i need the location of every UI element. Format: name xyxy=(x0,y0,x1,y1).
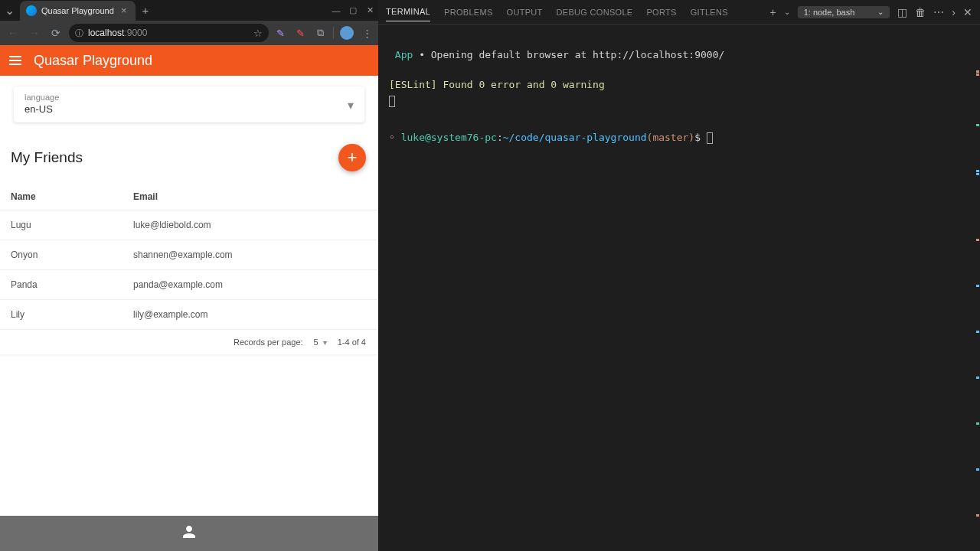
terminal-line: [ESLint] Found 0 error and 0 warning xyxy=(389,77,969,93)
tab-dropdown-icon[interactable]: ⌄ xyxy=(0,1,18,21)
scrollbar-marks[interactable] xyxy=(971,24,980,551)
panel-tabs: TERMINAL PROBLEMS OUTPUT DEBUG CONSOLE P… xyxy=(378,0,980,24)
cell-name: Lily xyxy=(11,309,133,320)
more-icon[interactable]: ⋯ xyxy=(933,6,944,18)
table-footer: Records per page: 5 ▾ 1-4 of 4 xyxy=(0,329,378,354)
extension-icon[interactable]: ✎ xyxy=(293,28,307,39)
browser-window: ⌄ Quasar Playground × + — ▢ ✕ ← → ⟳ ⓘ lo… xyxy=(0,0,378,551)
table-row[interactable]: Onyon shannen@example.com xyxy=(0,240,378,269)
split-terminal-icon[interactable]: ◫ xyxy=(897,6,907,18)
url-text: localhost:9000 xyxy=(88,28,147,38)
add-friend-button[interactable]: + xyxy=(338,144,366,171)
tab-debug-console[interactable]: DEBUG CONSOLE xyxy=(557,3,633,21)
forward-icon[interactable]: → xyxy=(26,24,43,41)
tab-terminal[interactable]: TERMINAL xyxy=(386,2,430,21)
friends-title: My Friends xyxy=(11,149,83,166)
cell-name: Lugu xyxy=(11,220,133,230)
favicon-icon xyxy=(26,5,37,16)
col-name[interactable]: Name xyxy=(11,191,133,202)
app-content: Quasar Playground language en-US ▾ My Fr… xyxy=(0,45,378,551)
tab-gitlens[interactable]: GITLENS xyxy=(691,3,728,21)
trash-icon[interactable]: 🗑 xyxy=(915,6,926,18)
close-tab-icon[interactable]: × xyxy=(119,5,129,16)
chevron-down-icon: ▾ xyxy=(323,338,327,347)
table-row[interactable]: Panda panda@example.com xyxy=(0,269,378,299)
table-row[interactable]: Lily lily@example.com xyxy=(0,299,378,329)
tab-ports[interactable]: PORTS xyxy=(646,3,676,21)
new-tab-button[interactable]: + xyxy=(136,4,155,17)
editor-panel: TERMINAL PROBLEMS OUTPUT DEBUG CONSOLE P… xyxy=(378,0,980,551)
close-window-icon[interactable]: ✕ xyxy=(361,1,378,21)
hamburger-icon[interactable] xyxy=(9,56,21,65)
friends-table: Name Email Lugu luke@ldiebold.com Onyon … xyxy=(0,184,378,354)
terminal-prompt: ◦ luke@system76-pc:~/code/quasar-playgro… xyxy=(389,130,969,146)
col-email[interactable]: Email xyxy=(133,191,368,202)
new-terminal-icon[interactable]: + xyxy=(769,6,776,18)
pagination-range: 1-4 of 4 xyxy=(338,337,366,347)
app-header: Quasar Playground xyxy=(0,45,378,76)
browser-tab[interactable]: Quasar Playground × xyxy=(20,1,136,21)
close-panel-icon[interactable]: ✕ xyxy=(963,6,972,18)
bookmark-icon[interactable]: ☆ xyxy=(253,28,263,39)
language-value: en-US xyxy=(24,103,354,115)
divider xyxy=(333,27,334,39)
extensions-icon[interactable]: ⧉ xyxy=(313,27,327,39)
cell-email: panda@example.com xyxy=(133,279,368,290)
back-icon[interactable]: ← xyxy=(5,24,21,41)
browser-titlebar: ⌄ Quasar Playground × + — ▢ ✕ xyxy=(0,0,378,21)
maximize-icon[interactable]: ▢ xyxy=(345,1,361,21)
friends-header: My Friends + xyxy=(0,138,378,178)
table-header: Name Email xyxy=(0,184,378,210)
chevron-down-icon: ▾ xyxy=(348,97,354,112)
cursor xyxy=(707,132,713,144)
cell-name: Onyon xyxy=(11,249,133,260)
window-controls: — ▢ ✕ xyxy=(328,1,378,21)
chevron-down-icon[interactable]: ⌄ xyxy=(784,8,790,16)
tab-output[interactable]: OUTPUT xyxy=(507,3,543,21)
cell-email: lily@example.com xyxy=(133,309,368,320)
address-bar[interactable]: ⓘ localhost:9000 ☆ xyxy=(69,24,269,42)
friends-section: My Friends + Name Email Lugu luke@ldiebo… xyxy=(0,138,378,354)
chevron-down-icon: ⌄ xyxy=(877,8,884,16)
table-row[interactable]: Lugu luke@ldiebold.com xyxy=(0,210,378,240)
terminal-body[interactable]: App • Opening default browser at http://… xyxy=(378,24,980,551)
site-info-icon[interactable]: ⓘ xyxy=(75,28,83,39)
cell-name: Panda xyxy=(11,279,133,290)
profile-icon[interactable] xyxy=(340,26,354,40)
records-per-page-select[interactable]: 5 ▾ xyxy=(314,337,327,347)
browser-toolbar: ← → ⟳ ⓘ localhost:9000 ☆ ✎ ✎ ⧉ ⋮ xyxy=(0,21,378,45)
person-icon[interactable] xyxy=(180,523,198,544)
minimize-icon[interactable]: — xyxy=(328,1,345,21)
terminal-line xyxy=(389,93,969,109)
tab-problems[interactable]: PROBLEMS xyxy=(444,3,493,21)
cell-email: luke@ldiebold.com xyxy=(133,220,368,230)
terminal-line: App • Opening default browser at http://… xyxy=(389,47,969,64)
menu-icon[interactable]: ⋮ xyxy=(360,28,374,39)
language-select[interactable]: language en-US ▾ xyxy=(14,86,364,122)
toolbar-icons: ✎ ✎ ⧉ ⋮ xyxy=(273,26,374,40)
terminal-select[interactable]: 1: node, bash ⌄ xyxy=(798,6,890,18)
cell-email: shannen@example.com xyxy=(133,249,368,260)
records-per-page-label: Records per page: xyxy=(234,337,303,347)
bottom-nav xyxy=(0,516,378,551)
app-title: Quasar Playground xyxy=(34,53,152,69)
panel-actions: + ⌄ 1: node, bash ⌄ ◫ 🗑 ⋯ › ✕ xyxy=(769,6,972,18)
maximize-panel-icon[interactable]: › xyxy=(952,6,956,18)
tab-title: Quasar Playground xyxy=(41,6,114,15)
extension-icon[interactable]: ✎ xyxy=(273,28,287,39)
reload-icon[interactable]: ⟳ xyxy=(47,24,64,41)
language-label: language xyxy=(24,93,354,102)
